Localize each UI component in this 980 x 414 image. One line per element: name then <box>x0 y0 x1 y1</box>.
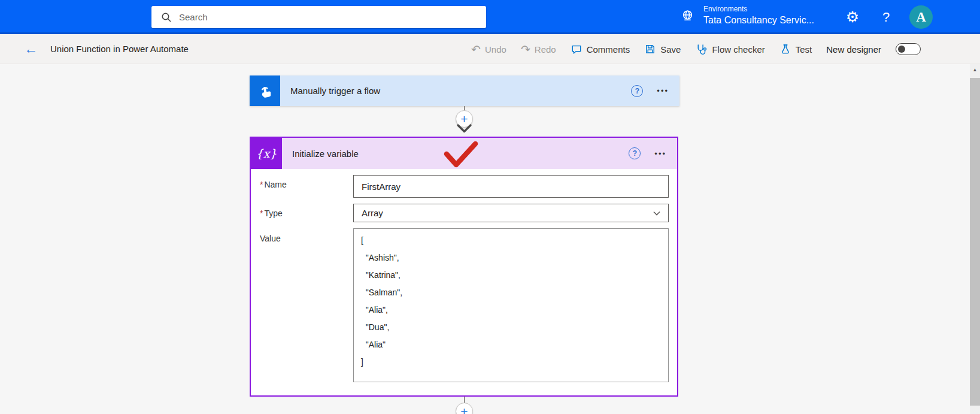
search-icon <box>161 12 172 23</box>
action-card-initialize-variable: {x} Initialize variable ? ••• *Name * <box>250 137 678 397</box>
value-field-label: Value <box>260 234 281 243</box>
globe-icon <box>680 8 695 23</box>
ellipsis-icon: ••• <box>654 149 666 158</box>
redo-button[interactable]: ↷ Redo <box>521 44 556 55</box>
stethoscope-icon <box>695 43 708 56</box>
undo-button[interactable]: ↶ Undo <box>471 44 506 55</box>
portal-header: Environments Tata Consultancy Servic... … <box>0 0 980 34</box>
variable-icon: {x} <box>251 138 282 169</box>
trigger-card[interactable]: Manually trigger a flow ? ••• <box>250 75 679 106</box>
flow-checker-button[interactable]: Flow checker <box>695 43 764 56</box>
chevron-down-icon <box>653 211 660 216</box>
redo-label: Redo <box>535 44 556 55</box>
value-textarea[interactable]: [ "Ashish", "Katrina", "Salman", "Alia",… <box>353 228 669 382</box>
arrow-down-icon <box>456 123 472 136</box>
question-icon: ? <box>635 87 639 95</box>
save-icon <box>644 43 656 55</box>
settings-button[interactable]: ⚙ <box>839 0 866 34</box>
action-more-button[interactable]: ••• <box>654 149 666 158</box>
search-box[interactable] <box>151 6 486 28</box>
flow-canvas[interactable]: Manually trigger a flow ? ••• + <box>0 64 980 414</box>
type-dropdown[interactable]: Array <box>353 204 669 222</box>
new-designer-label: New designer <box>826 44 881 55</box>
insert-step-button[interactable]: + <box>456 403 473 414</box>
power-automate-app: Environments Tata Consultancy Servic... … <box>0 0 980 414</box>
action-card-title: Initialize variable <box>282 138 629 169</box>
action-help-button[interactable]: ? <box>629 147 641 159</box>
gear-icon: ⚙ <box>846 8 859 26</box>
action-card-header[interactable]: {x} Initialize variable ? ••• <box>251 138 677 169</box>
question-icon: ? <box>633 149 637 158</box>
environment-picker[interactable]: Environments Tata Consultancy Servic... <box>680 5 814 26</box>
back-arrow-icon: ← <box>24 41 38 56</box>
manual-trigger-icon <box>250 75 280 106</box>
required-asterisk: * <box>260 180 263 189</box>
comments-label: Comments <box>587 44 630 55</box>
toolbar-actions: ↶ Undo ↷ Redo Comments <box>471 34 921 64</box>
search-input[interactable] <box>179 12 480 22</box>
ellipsis-icon: ••• <box>657 86 669 95</box>
avatar[interactable]: A <box>909 5 933 29</box>
test-label: Test <box>796 44 812 55</box>
comments-icon <box>571 43 582 55</box>
avatar-letter: A <box>916 10 926 25</box>
back-button[interactable]: ← <box>24 42 37 56</box>
vertical-scrollbar[interactable]: ▲ <box>970 64 980 414</box>
trigger-help-button[interactable]: ? <box>631 85 643 97</box>
required-asterisk: * <box>260 208 263 218</box>
save-label: Save <box>660 44 681 55</box>
undo-icon: ↶ <box>471 44 481 55</box>
beaker-icon <box>779 43 791 55</box>
new-designer-toggle[interactable] <box>896 43 921 55</box>
trigger-more-button[interactable]: ••• <box>657 86 669 95</box>
undo-label: Undo <box>485 44 506 55</box>
plus-icon: + <box>460 405 468 414</box>
environment-name: Tata Consultancy Servic... <box>703 14 814 26</box>
test-button[interactable]: Test <box>779 43 812 55</box>
help-icon: ? <box>882 10 890 25</box>
redo-icon: ↷ <box>521 44 530 55</box>
scroll-up-arrow[interactable]: ▲ <box>970 64 980 75</box>
designer-toolbar: ← Union Function in Power Automate ↶ Und… <box>0 34 980 64</box>
environments-label: Environments <box>703 5 814 14</box>
name-input[interactable] <box>353 175 669 198</box>
type-dropdown-value: Array <box>362 208 383 218</box>
flow-title: Union Function in Power Automate <box>50 44 189 54</box>
comments-button[interactable]: Comments <box>571 43 630 55</box>
flow-checker-label: Flow checker <box>712 44 764 55</box>
help-button[interactable]: ? <box>873 0 899 34</box>
scrollbar-thumb[interactable] <box>970 78 980 406</box>
name-field-label: *Name <box>260 180 287 189</box>
trigger-card-title: Manually trigger a flow <box>280 75 631 106</box>
save-button[interactable]: Save <box>644 43 681 55</box>
type-field-label: *Type <box>260 208 283 218</box>
toggle-knob <box>898 46 905 53</box>
